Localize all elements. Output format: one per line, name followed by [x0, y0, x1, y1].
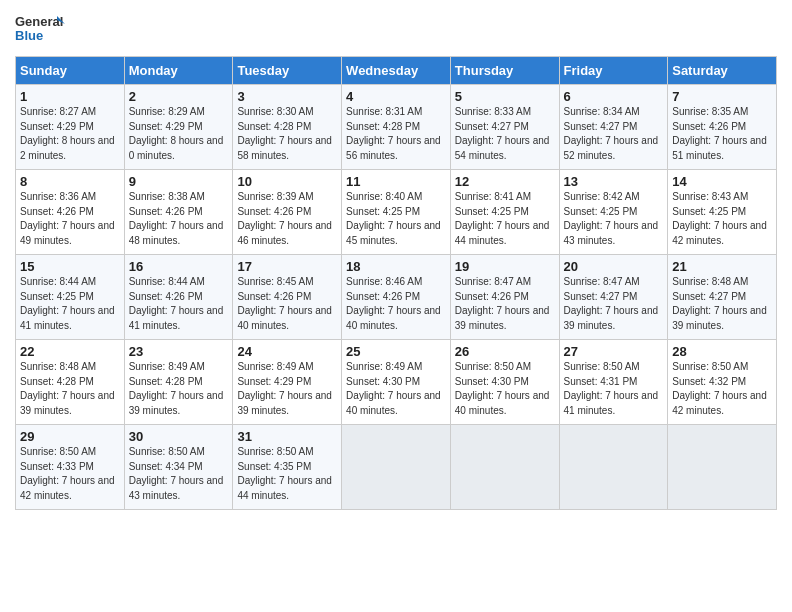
calendar-cell: 8Sunrise: 8:36 AMSunset: 4:26 PMDaylight… [16, 170, 125, 255]
calendar-cell: 24Sunrise: 8:49 AMSunset: 4:29 PMDayligh… [233, 340, 342, 425]
day-number: 3 [237, 89, 337, 104]
day-number: 13 [564, 174, 664, 189]
calendar-cell: 17Sunrise: 8:45 AMSunset: 4:26 PMDayligh… [233, 255, 342, 340]
cell-info: Sunrise: 8:50 AMSunset: 4:34 PMDaylight:… [129, 446, 224, 501]
day-number: 1 [20, 89, 120, 104]
day-number: 10 [237, 174, 337, 189]
weekday-header-friday: Friday [559, 57, 668, 85]
calendar-week-2: 8Sunrise: 8:36 AMSunset: 4:26 PMDaylight… [16, 170, 777, 255]
logo-svg: General Blue [15, 10, 65, 50]
logo: General Blue [15, 10, 65, 50]
cell-info: Sunrise: 8:44 AMSunset: 4:25 PMDaylight:… [20, 276, 115, 331]
calendar-table: SundayMondayTuesdayWednesdayThursdayFrid… [15, 56, 777, 510]
day-number: 31 [237, 429, 337, 444]
day-number: 21 [672, 259, 772, 274]
day-number: 11 [346, 174, 446, 189]
day-number: 29 [20, 429, 120, 444]
calendar-cell: 13Sunrise: 8:42 AMSunset: 4:25 PMDayligh… [559, 170, 668, 255]
weekday-header-tuesday: Tuesday [233, 57, 342, 85]
calendar-cell: 18Sunrise: 8:46 AMSunset: 4:26 PMDayligh… [342, 255, 451, 340]
calendar-cell: 15Sunrise: 8:44 AMSunset: 4:25 PMDayligh… [16, 255, 125, 340]
cell-info: Sunrise: 8:31 AMSunset: 4:28 PMDaylight:… [346, 106, 441, 161]
calendar-body: 1Sunrise: 8:27 AMSunset: 4:29 PMDaylight… [16, 85, 777, 510]
day-number: 30 [129, 429, 229, 444]
cell-info: Sunrise: 8:40 AMSunset: 4:25 PMDaylight:… [346, 191, 441, 246]
day-number: 28 [672, 344, 772, 359]
calendar-cell: 20Sunrise: 8:47 AMSunset: 4:27 PMDayligh… [559, 255, 668, 340]
weekday-header-wednesday: Wednesday [342, 57, 451, 85]
day-number: 7 [672, 89, 772, 104]
cell-info: Sunrise: 8:38 AMSunset: 4:26 PMDaylight:… [129, 191, 224, 246]
calendar-week-3: 15Sunrise: 8:44 AMSunset: 4:25 PMDayligh… [16, 255, 777, 340]
day-number: 17 [237, 259, 337, 274]
calendar-week-5: 29Sunrise: 8:50 AMSunset: 4:33 PMDayligh… [16, 425, 777, 510]
day-number: 22 [20, 344, 120, 359]
cell-info: Sunrise: 8:34 AMSunset: 4:27 PMDaylight:… [564, 106, 659, 161]
day-number: 12 [455, 174, 555, 189]
cell-info: Sunrise: 8:39 AMSunset: 4:26 PMDaylight:… [237, 191, 332, 246]
cell-info: Sunrise: 8:29 AMSunset: 4:29 PMDaylight:… [129, 106, 224, 161]
calendar-cell [559, 425, 668, 510]
cell-info: Sunrise: 8:30 AMSunset: 4:28 PMDaylight:… [237, 106, 332, 161]
svg-text:General: General [15, 14, 63, 29]
cell-info: Sunrise: 8:27 AMSunset: 4:29 PMDaylight:… [20, 106, 115, 161]
day-number: 9 [129, 174, 229, 189]
calendar-cell: 21Sunrise: 8:48 AMSunset: 4:27 PMDayligh… [668, 255, 777, 340]
day-number: 20 [564, 259, 664, 274]
weekday-header-monday: Monday [124, 57, 233, 85]
calendar-cell: 9Sunrise: 8:38 AMSunset: 4:26 PMDaylight… [124, 170, 233, 255]
day-number: 15 [20, 259, 120, 274]
calendar-cell: 4Sunrise: 8:31 AMSunset: 4:28 PMDaylight… [342, 85, 451, 170]
calendar-cell: 25Sunrise: 8:49 AMSunset: 4:30 PMDayligh… [342, 340, 451, 425]
weekday-header-saturday: Saturday [668, 57, 777, 85]
cell-info: Sunrise: 8:33 AMSunset: 4:27 PMDaylight:… [455, 106, 550, 161]
calendar-cell: 10Sunrise: 8:39 AMSunset: 4:26 PMDayligh… [233, 170, 342, 255]
day-number: 2 [129, 89, 229, 104]
calendar-cell: 14Sunrise: 8:43 AMSunset: 4:25 PMDayligh… [668, 170, 777, 255]
weekday-header-row: SundayMondayTuesdayWednesdayThursdayFrid… [16, 57, 777, 85]
calendar-cell: 7Sunrise: 8:35 AMSunset: 4:26 PMDaylight… [668, 85, 777, 170]
cell-info: Sunrise: 8:50 AMSunset: 4:35 PMDaylight:… [237, 446, 332, 501]
calendar-cell [450, 425, 559, 510]
calendar-header: SundayMondayTuesdayWednesdayThursdayFrid… [16, 57, 777, 85]
cell-info: Sunrise: 8:44 AMSunset: 4:26 PMDaylight:… [129, 276, 224, 331]
calendar-cell [668, 425, 777, 510]
calendar-cell: 22Sunrise: 8:48 AMSunset: 4:28 PMDayligh… [16, 340, 125, 425]
calendar-cell [342, 425, 451, 510]
calendar-cell: 16Sunrise: 8:44 AMSunset: 4:26 PMDayligh… [124, 255, 233, 340]
day-number: 16 [129, 259, 229, 274]
calendar-cell: 6Sunrise: 8:34 AMSunset: 4:27 PMDaylight… [559, 85, 668, 170]
cell-info: Sunrise: 8:50 AMSunset: 4:33 PMDaylight:… [20, 446, 115, 501]
calendar-week-4: 22Sunrise: 8:48 AMSunset: 4:28 PMDayligh… [16, 340, 777, 425]
cell-info: Sunrise: 8:48 AMSunset: 4:28 PMDaylight:… [20, 361, 115, 416]
calendar-week-1: 1Sunrise: 8:27 AMSunset: 4:29 PMDaylight… [16, 85, 777, 170]
calendar-cell: 5Sunrise: 8:33 AMSunset: 4:27 PMDaylight… [450, 85, 559, 170]
cell-info: Sunrise: 8:50 AMSunset: 4:30 PMDaylight:… [455, 361, 550, 416]
cell-info: Sunrise: 8:36 AMSunset: 4:26 PMDaylight:… [20, 191, 115, 246]
calendar-cell: 11Sunrise: 8:40 AMSunset: 4:25 PMDayligh… [342, 170, 451, 255]
day-number: 14 [672, 174, 772, 189]
day-number: 4 [346, 89, 446, 104]
cell-info: Sunrise: 8:47 AMSunset: 4:26 PMDaylight:… [455, 276, 550, 331]
day-number: 24 [237, 344, 337, 359]
calendar-cell: 1Sunrise: 8:27 AMSunset: 4:29 PMDaylight… [16, 85, 125, 170]
calendar-cell: 23Sunrise: 8:49 AMSunset: 4:28 PMDayligh… [124, 340, 233, 425]
svg-text:Blue: Blue [15, 28, 43, 43]
day-number: 8 [20, 174, 120, 189]
calendar-cell: 3Sunrise: 8:30 AMSunset: 4:28 PMDaylight… [233, 85, 342, 170]
day-number: 6 [564, 89, 664, 104]
calendar-cell: 27Sunrise: 8:50 AMSunset: 4:31 PMDayligh… [559, 340, 668, 425]
cell-info: Sunrise: 8:49 AMSunset: 4:28 PMDaylight:… [129, 361, 224, 416]
calendar-cell: 12Sunrise: 8:41 AMSunset: 4:25 PMDayligh… [450, 170, 559, 255]
cell-info: Sunrise: 8:41 AMSunset: 4:25 PMDaylight:… [455, 191, 550, 246]
day-number: 18 [346, 259, 446, 274]
day-number: 25 [346, 344, 446, 359]
cell-info: Sunrise: 8:46 AMSunset: 4:26 PMDaylight:… [346, 276, 441, 331]
day-number: 27 [564, 344, 664, 359]
calendar-cell: 19Sunrise: 8:47 AMSunset: 4:26 PMDayligh… [450, 255, 559, 340]
calendar-cell: 31Sunrise: 8:50 AMSunset: 4:35 PMDayligh… [233, 425, 342, 510]
calendar-cell: 29Sunrise: 8:50 AMSunset: 4:33 PMDayligh… [16, 425, 125, 510]
cell-info: Sunrise: 8:49 AMSunset: 4:29 PMDaylight:… [237, 361, 332, 416]
cell-info: Sunrise: 8:43 AMSunset: 4:25 PMDaylight:… [672, 191, 767, 246]
cell-info: Sunrise: 8:49 AMSunset: 4:30 PMDaylight:… [346, 361, 441, 416]
